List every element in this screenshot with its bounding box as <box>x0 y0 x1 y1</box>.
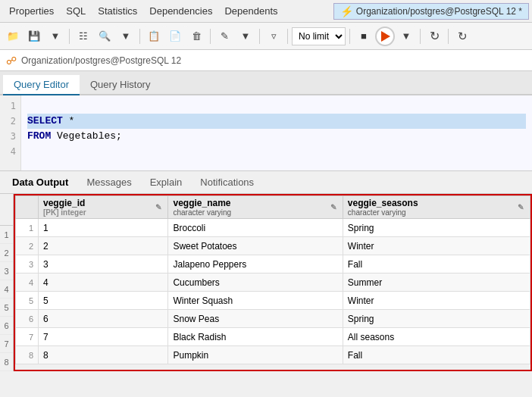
menu-dependencies[interactable]: Dependencies <box>143 4 218 18</box>
row-num-cell: 7 <box>16 328 39 346</box>
th-veggie-id-name: veggie_id <box>43 198 86 208</box>
row-num-cell: 5 <box>16 292 39 310</box>
cell-name: Black Radish <box>168 328 343 346</box>
cell-season: Spring <box>343 219 530 237</box>
tab-notifications[interactable]: Notifications <box>191 173 263 191</box>
editor-content[interactable]: SELECT * FROM Vegetables; <box>21 95 532 170</box>
filter-button[interactable]: ▿ <box>264 27 283 46</box>
table-area: 1 2 3 4 5 6 7 8 veggie_id [PK] integer <box>0 194 532 371</box>
table-header-row: veggie_id [PK] integer ✎ veggie_name cha… <box>16 196 530 219</box>
table-row: 2 2 Sweet Potatoes Winter <box>16 237 530 255</box>
menu-sql[interactable]: SQL <box>60 4 92 18</box>
commit-button[interactable]: ↻ <box>452 27 472 46</box>
stop-button[interactable]: ■ <box>354 27 374 46</box>
edit-col-0-icon[interactable]: ✎ <box>154 203 163 211</box>
cell-season: Fall <box>343 346 530 364</box>
th-row-num <box>16 196 39 219</box>
sep7 <box>420 29 421 44</box>
cell-name: Pumpkin <box>168 346 343 364</box>
cell-id: 6 <box>39 310 168 328</box>
connection-tab[interactable]: ⚡ Organization/postgres@PostgreSQL 12 * <box>333 3 529 20</box>
sep1 <box>69 29 70 44</box>
menu-statistics[interactable]: Statistics <box>92 4 143 18</box>
tab-query-editor[interactable]: Query Editor <box>3 75 80 95</box>
ri-7: 7 <box>0 335 13 353</box>
th-veggie-name-sub: character varying <box>173 208 231 217</box>
code-line-2: SELECT * <box>27 114 526 129</box>
kw-select: SELECT <box>27 115 63 127</box>
query-editor: 1 2 3 4 SELECT * FROM Vegetables; <box>0 95 532 171</box>
th-veggie-seasons: veggie_seasons character varying ✎ <box>343 196 530 219</box>
connection-tab-label: Organization/postgres@PostgreSQL 12 * <box>356 6 522 17</box>
table-row: 6 6 Snow Peas Spring <box>16 310 530 328</box>
delete-button[interactable]: 🗑 <box>186 27 206 46</box>
explain-button[interactable]: ↻ <box>424 27 444 46</box>
edit-dropdown[interactable]: ▼ <box>236 27 255 46</box>
row-num-cell: 3 <box>16 255 39 274</box>
edit-button[interactable]: ✎ <box>214 27 234 46</box>
row-indicator: 1 2 3 4 5 6 7 8 <box>0 194 14 371</box>
edit-col-2-icon[interactable]: ✎ <box>516 203 525 211</box>
save-dropdown[interactable]: ▼ <box>45 27 65 46</box>
cell-season: Spring <box>343 310 530 328</box>
ri-5: 5 <box>0 299 13 317</box>
row-num-cell: 2 <box>16 237 39 255</box>
menu-bar: Properties SQL Statistics Dependencies D… <box>0 0 532 23</box>
cell-id: 7 <box>39 328 168 346</box>
db-icon: ⚡ <box>340 5 353 17</box>
table-view-button[interactable]: ☷ <box>74 27 93 46</box>
cell-season: All seasons <box>343 328 530 346</box>
cell-name: Snow Peas <box>168 310 343 328</box>
cell-id: 1 <box>39 219 168 237</box>
row-num-cell: 1 <box>16 219 39 237</box>
run-icon <box>381 31 390 42</box>
ri-header <box>0 194 13 226</box>
run-button[interactable] <box>375 27 395 46</box>
table-row: 7 7 Black Radish All seasons <box>16 328 530 346</box>
menu-dependents[interactable]: Dependents <box>218 4 283 18</box>
line-num-3: 3 <box>0 129 20 144</box>
sep8 <box>448 29 449 44</box>
find-dropdown[interactable]: ▼ <box>116 27 136 46</box>
th-veggie-id: veggie_id [PK] integer ✎ <box>39 196 168 219</box>
ri-6: 6 <box>0 317 13 335</box>
open-button[interactable]: 📁 <box>3 27 23 46</box>
edit-col-1-icon[interactable]: ✎ <box>329 203 338 211</box>
code-line-3: FROM Vegetables; <box>27 129 526 144</box>
sep4 <box>259 29 260 44</box>
cell-season: Fall <box>343 255 530 274</box>
data-table-wrapper: veggie_id [PK] integer ✎ veggie_name cha… <box>14 194 532 371</box>
menu-properties[interactable]: Properties <box>3 4 60 18</box>
conn-text: Organization/postgres@PostgreSQL 12 <box>21 55 181 66</box>
cell-id: 4 <box>39 274 168 292</box>
line-num-4: 4 <box>0 144 20 159</box>
limit-select[interactable]: No limit <box>292 27 346 45</box>
ri-3: 3 <box>0 262 13 280</box>
run-dropdown[interactable]: ▼ <box>396 27 416 46</box>
tab-data-output[interactable]: Data Output <box>3 173 77 191</box>
ri-8: 8 <box>0 353 13 371</box>
cell-name: Sweet Potatoes <box>168 237 343 255</box>
th-veggie-name: veggie_name character varying ✎ <box>168 196 343 219</box>
line-num-1: 1 <box>0 98 20 114</box>
cell-name: Jalapeno Peppers <box>168 255 343 274</box>
code-line-1 <box>27 98 526 114</box>
paste-button[interactable]: 📄 <box>165 27 185 46</box>
toolbar: 📁 💾 ▼ ☷ 🔍 ▼ 📋 📄 🗑 ✎ ▼ ▿ No limit ■ ▼ ↻ ↻ <box>0 23 532 50</box>
th-veggie-id-pk: [PK] integer <box>43 208 86 217</box>
tab-query-history[interactable]: Query History <box>80 75 161 95</box>
tab-explain[interactable]: Explain <box>141 173 192 191</box>
cell-season: Winter <box>343 292 530 310</box>
tab-messages[interactable]: Messages <box>77 173 140 191</box>
copy-button[interactable]: 📋 <box>144 27 164 46</box>
find-button[interactable]: 🔍 <box>95 27 114 46</box>
table-row: 4 4 Cucumbers Summer <box>16 274 530 292</box>
table-row: 5 5 Winter Squash Winter <box>16 292 530 310</box>
table-row: 1 1 Broccoli Spring <box>16 219 530 237</box>
sep5 <box>287 29 288 44</box>
th-veggie-seasons-name: veggie_seasons <box>348 198 418 208</box>
save-button[interactable]: 💾 <box>24 27 44 46</box>
sep6 <box>349 29 350 44</box>
row-num-cell: 4 <box>16 274 39 292</box>
cell-season: Winter <box>343 237 530 255</box>
